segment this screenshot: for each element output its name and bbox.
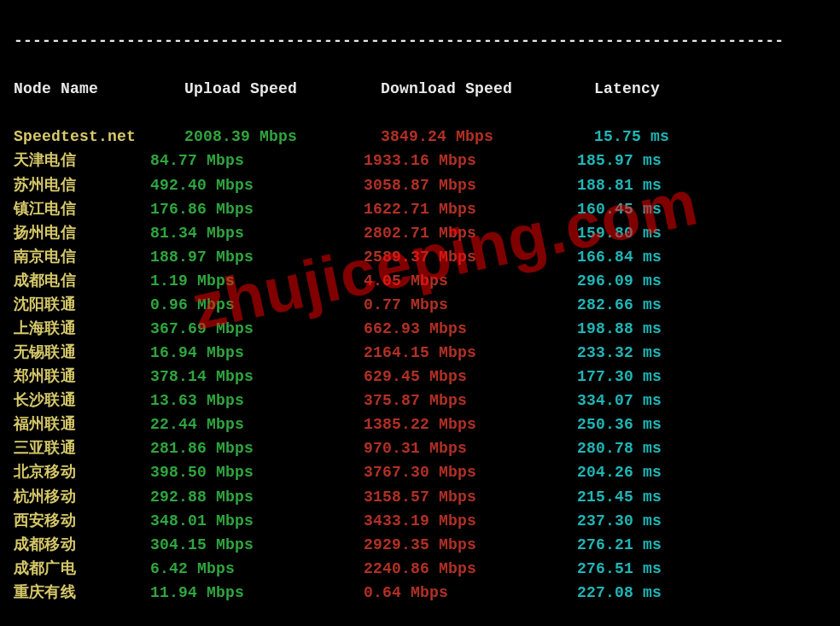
cell-latency: 237.30 ms (577, 509, 662, 533)
cell-download: 3433.19 Mbps (364, 509, 577, 533)
cell-latency: 334.07 ms (577, 389, 662, 412)
header-latency: Latency (594, 77, 660, 101)
cell-upload: 281.86 Mbps (150, 436, 364, 460)
cell-download: 3767.30 Mbps (364, 460, 577, 484)
cell-download: 2164.15 Mbps (364, 341, 577, 365)
cell-node: 成都移动 (14, 533, 150, 557)
cell-upload: 81.34 Mbps (150, 221, 364, 245)
cell-upload: 492.40 Mbps (150, 173, 364, 197)
cell-node: 扬州电信 (14, 221, 150, 245)
cell-download: 0.77 Mbps (364, 293, 577, 317)
cell-download: 3158.57 Mbps (364, 485, 577, 509)
table-row: 三亚联通281.86 Mbps970.31 Mbps280.78 ms (14, 436, 826, 460)
cell-latency: 166.84 ms (577, 245, 662, 269)
cell-node: 三亚联通 (14, 436, 150, 460)
cell-latency: 198.88 ms (577, 317, 662, 341)
cell-latency: 160.45 ms (577, 197, 662, 221)
cell-download: 2929.35 Mbps (364, 533, 577, 557)
cell-download: 4.05 Mbps (364, 269, 577, 293)
cell-node: 长沙联通 (14, 389, 150, 412)
cell-latency: 185.97 ms (577, 149, 662, 173)
cell-node: 福州联通 (14, 412, 150, 436)
cell-download: 629.45 Mbps (364, 365, 577, 389)
cell-upload: 378.14 Mbps (150, 365, 364, 389)
cell-latency: 188.81 ms (577, 173, 662, 197)
table-row: 沈阳联通0.96 Mbps0.77 Mbps282.66 ms (14, 293, 826, 317)
cell-upload: 2008.39 Mbps (184, 125, 381, 149)
cell-upload: 0.96 Mbps (150, 293, 364, 317)
cell-download: 662.93 Mbps (364, 317, 577, 341)
cell-upload: 398.50 Mbps (150, 460, 364, 484)
table-row: 长沙联通13.63 Mbps375.87 Mbps334.07 ms (14, 389, 826, 412)
cell-node: 沈阳联通 (14, 293, 150, 317)
cell-download: 3849.24 Mbps (381, 125, 594, 149)
cell-latency: 276.51 ms (577, 557, 662, 581)
cell-latency: 215.45 ms (577, 485, 662, 509)
cell-node: 重庆有线 (14, 581, 150, 605)
table-row: 苏州电信492.40 Mbps3058.87 Mbps188.81 ms (14, 173, 826, 197)
cell-upload: 367.69 Mbps (150, 317, 364, 341)
cell-node: 南京电信 (14, 245, 150, 269)
cell-node: Speedtest.net (14, 125, 184, 149)
cell-download: 970.31 Mbps (364, 436, 577, 460)
cell-download: 2802.71 Mbps (364, 221, 577, 245)
table-row: 扬州电信81.34 Mbps2802.71 Mbps159.80 ms (14, 221, 826, 245)
table-row: 镇江电信176.86 Mbps1622.71 Mbps160.45 ms (14, 197, 826, 221)
cell-latency: 177.30 ms (577, 365, 662, 389)
table-body: Speedtest.net2008.39 Mbps3849.24 Mbps15.… (14, 125, 826, 605)
cell-latency: 227.08 ms (577, 581, 662, 605)
table-row: 郑州联通378.14 Mbps629.45 Mbps177.30 ms (14, 365, 826, 389)
cell-latency: 296.09 ms (577, 269, 662, 293)
cell-upload: 176.86 Mbps (150, 197, 364, 221)
cell-upload: 11.94 Mbps (150, 581, 364, 605)
table-header-row: Node NameUpload SpeedDownload SpeedLaten… (14, 77, 826, 101)
table-row: 上海联通367.69 Mbps662.93 Mbps198.88 ms (14, 317, 826, 341)
cell-download: 1385.22 Mbps (364, 412, 577, 436)
cell-download: 375.87 Mbps (364, 389, 577, 412)
cell-download: 0.64 Mbps (364, 581, 577, 605)
cell-node: 天津电信 (14, 149, 150, 173)
cell-node: 苏州电信 (14, 173, 150, 197)
header-upload: Upload Speed (184, 77, 381, 101)
table-row: 杭州移动292.88 Mbps3158.57 Mbps215.45 ms (14, 485, 826, 509)
cell-node: 成都电信 (14, 269, 150, 293)
cell-upload: 348.01 Mbps (150, 509, 364, 533)
cell-latency: 233.32 ms (577, 341, 662, 365)
table-row: 北京移动398.50 Mbps3767.30 Mbps204.26 ms (14, 460, 826, 484)
cell-upload: 13.63 Mbps (150, 389, 364, 412)
cell-upload: 16.94 Mbps (150, 341, 364, 365)
cell-node: 成都广电 (14, 557, 150, 581)
cell-upload: 6.42 Mbps (150, 557, 364, 581)
table-row: 成都移动304.15 Mbps2929.35 Mbps276.21 ms (14, 533, 826, 557)
cell-latency: 276.21 ms (577, 533, 662, 557)
cell-upload: 22.44 Mbps (150, 412, 364, 436)
table-row: 重庆有线11.94 Mbps0.64 Mbps227.08 ms (14, 581, 826, 605)
table-row: 天津电信84.77 Mbps1933.16 Mbps185.97 ms (14, 149, 826, 173)
cell-download: 2589.37 Mbps (364, 245, 577, 269)
cell-latency: 250.36 ms (577, 412, 662, 436)
table-row: 南京电信188.97 Mbps2589.37 Mbps166.84 ms (14, 245, 826, 269)
cell-upload: 188.97 Mbps (150, 245, 364, 269)
table-row: Speedtest.net2008.39 Mbps3849.24 Mbps15.… (14, 125, 826, 149)
cell-upload: 84.77 Mbps (150, 149, 364, 173)
cell-upload: 304.15 Mbps (150, 533, 364, 557)
cell-node: 北京移动 (14, 460, 150, 484)
table-row: 无锡联通16.94 Mbps2164.15 Mbps233.32 ms (14, 341, 826, 365)
header-download: Download Speed (381, 77, 594, 101)
terminal-output: ----------------------------------------… (0, 0, 840, 626)
table-row: 福州联通22.44 Mbps1385.22 Mbps250.36 ms (14, 412, 826, 436)
cell-latency: 15.75 ms (594, 125, 669, 149)
table-row: 成都电信1.19 Mbps4.05 Mbps296.09 ms (14, 269, 826, 293)
table-row: 西安移动348.01 Mbps3433.19 Mbps237.30 ms (14, 509, 826, 533)
cell-latency: 159.80 ms (577, 221, 662, 245)
divider-top: ----------------------------------------… (14, 29, 826, 53)
cell-node: 西安移动 (14, 509, 150, 533)
cell-upload: 1.19 Mbps (150, 269, 364, 293)
cell-node: 无锡联通 (14, 341, 150, 365)
cell-node: 杭州移动 (14, 485, 150, 509)
cell-node: 上海联通 (14, 317, 150, 341)
cell-download: 1933.16 Mbps (364, 149, 577, 173)
cell-download: 3058.87 Mbps (364, 173, 577, 197)
cell-download: 2240.86 Mbps (364, 557, 577, 581)
cell-upload: 292.88 Mbps (150, 485, 364, 509)
